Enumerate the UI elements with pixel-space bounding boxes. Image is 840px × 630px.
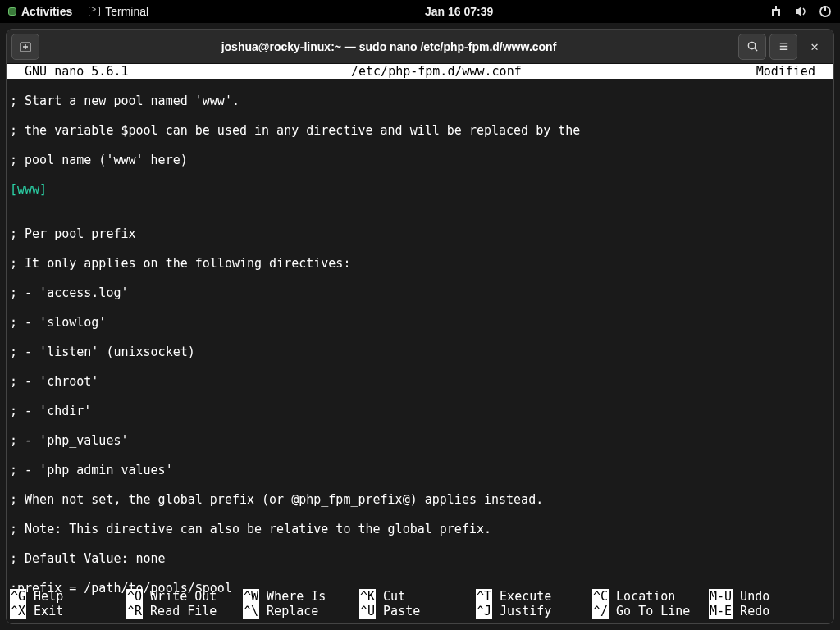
file-line: ; Per pool prefix — [10, 226, 830, 241]
svg-line-11 — [754, 48, 756, 51]
shortcut-cut: ^K Cut — [359, 589, 476, 604]
search-button[interactable] — [738, 34, 766, 60]
file-line: ; - 'php_admin_values' — [10, 463, 830, 477]
file-line: ; pool name ('www' here) — [10, 153, 830, 167]
shortcut-whereis: ^W Where Is — [243, 589, 359, 604]
close-button[interactable]: ✕ — [801, 34, 829, 60]
file-line: ; - 'access.log' — [10, 285, 830, 300]
shortcut-replace: ^\ Replace — [243, 604, 359, 619]
shortcut-paste: ^U Paste — [359, 604, 476, 619]
file-line: ; - 'chroot' — [10, 374, 830, 389]
app-menu-label: Terminal — [105, 5, 148, 18]
terminal-titlebar: joshua@rocky-linux:~ — sudo nano /etc/ph… — [7, 30, 833, 64]
power-icon — [819, 5, 832, 18]
activities-icon — [8, 7, 16, 16]
nano-editor-content[interactable]: ; Start a new pool named 'www'. ; the va… — [7, 79, 833, 624]
hamburger-menu-button[interactable] — [769, 34, 797, 60]
shortcut-writeout: ^O Write Out — [126, 589, 243, 604]
new-tab-button[interactable] — [11, 34, 39, 60]
shortcut-exit: ^X Exit — [10, 604, 126, 619]
nano-filename: /etc/php-fpm.d/www.conf — [351, 64, 756, 79]
file-line: ; Default Value: none — [10, 551, 830, 566]
file-line: ; - 'chdir' — [10, 404, 830, 418]
gnome-top-bar: Activities Terminal Jan 16 07:39 — [0, 0, 840, 23]
shortcut-justify: ^J Justify — [476, 604, 592, 619]
file-line: ; It only applies on the following direc… — [10, 256, 830, 271]
shortcut-help: ^G Help — [10, 589, 126, 604]
file-line: ; the variable $pool can be used in any … — [10, 123, 830, 138]
svg-marker-4 — [796, 7, 801, 16]
window-title: joshua@rocky-linux:~ — sudo nano /etc/ph… — [221, 40, 557, 53]
file-line: ; Note: This directive can also be relat… — [10, 522, 830, 536]
shortcut-location: ^C Location — [592, 589, 709, 604]
svg-rect-3 — [772, 9, 780, 11]
terminal-window: joshua@rocky-linux:~ — sudo nano /etc/ph… — [6, 29, 834, 624]
activities-button[interactable]: Activities — [8, 5, 72, 18]
file-line: ; When not set, the global prefix (or @p… — [10, 492, 830, 507]
activities-label: Activities — [21, 5, 72, 18]
file-line: ; - 'listen' (unixsocket) — [10, 345, 830, 359]
shortcut-execute: ^T Execute — [476, 589, 592, 604]
nano-shortcut-bar: ^G Help ^O Write Out ^W Where Is ^K Cut … — [10, 589, 830, 619]
file-line: ; - 'slowlog' — [10, 315, 830, 330]
nano-modified-status: Modified — [756, 64, 833, 79]
file-line: ; Start a new pool named 'www'. — [10, 94, 830, 108]
terminal-body[interactable]: GNU nano 5.6.1 /etc/php-fpm.d/www.conf M… — [7, 64, 833, 623]
file-line: ; - 'php_values' — [10, 433, 830, 448]
shortcut-readfile: ^R Read File — [126, 604, 243, 619]
shortcut-gotoline: ^/ Go To Line — [592, 604, 709, 619]
clock[interactable]: Jan 16 07:39 — [425, 5, 493, 18]
app-menu-terminal[interactable]: Terminal — [89, 5, 148, 18]
svg-rect-2 — [778, 11, 780, 16]
file-line: [www] — [10, 182, 830, 197]
network-icon — [769, 5, 783, 18]
svg-point-10 — [748, 42, 755, 48]
svg-rect-1 — [772, 11, 774, 16]
volume-icon — [794, 5, 807, 18]
system-tray[interactable] — [769, 5, 832, 18]
nano-app-name: GNU nano 5.6.1 — [7, 64, 351, 79]
shortcut-undo: M-U Undo — [709, 589, 825, 604]
shortcut-redo: M-E Redo — [709, 604, 825, 619]
svg-rect-6 — [824, 6, 826, 11]
nano-header: GNU nano 5.6.1 /etc/php-fpm.d/www.conf M… — [7, 64, 833, 79]
terminal-icon — [89, 7, 100, 16]
